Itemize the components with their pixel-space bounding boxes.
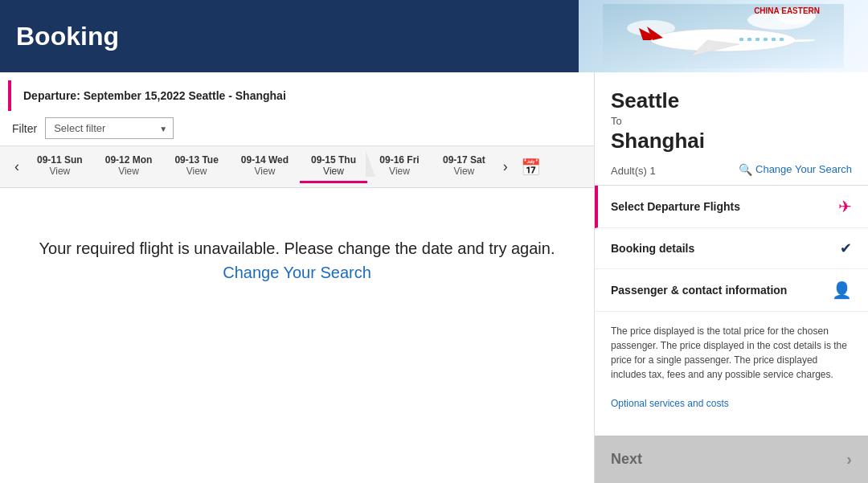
step-booking-label: Booking details [611,242,694,255]
main-container: Departure: September 15,2022 Seattle - S… [0,72,868,483]
svg-rect-9 [772,38,776,41]
date-prev-button[interactable]: ‹ [8,154,26,179]
departure-bar: Departure: September 15,2022 Seattle - S… [8,80,586,111]
date-item-0913[interactable]: 09-13 Tue View [163,150,229,183]
right-panel: Seattle To Shanghai Adult(s) 1 🔍 Change … [595,72,868,483]
next-button[interactable]: Next › [595,436,868,483]
header: Booking [0,0,868,72]
unavailable-text: Your required flight is unavailable. Ple… [39,239,555,257]
price-description: The price displayed is the total price f… [611,324,852,382]
date-nav: ‹ 09-11 Sun View 09-12 Mon View 09-13 Tu… [0,145,594,188]
date-item-0911[interactable]: 09-11 Sun View [26,150,94,183]
person-step-icon: 👤 [832,280,852,300]
route-to: Shanghai [611,129,852,153]
calendar-icon[interactable]: 📅 [521,158,541,177]
date-item-0914[interactable]: 09-14 Wed View [230,150,300,183]
airline-banner: CHINA EASTERN [579,0,868,72]
steps-container: Select Departure Flights ✈ Booking detai… [595,185,868,312]
step-passenger-label: Passenger & contact information [611,284,787,297]
departure-title: Departure: September 15,2022 Seattle - S… [23,89,286,102]
change-search-link-main[interactable]: Change Your Search [223,264,371,281]
filter-bar: Filter Select filter [0,111,594,145]
step-departure-flights: Select Departure Flights ✈ [595,186,868,228]
adults-count: Adult(s) 1 [611,165,656,177]
step-departure-label: Select Departure Flights [611,200,740,213]
filter-select[interactable]: Select filter [45,117,174,139]
next-button-label: Next [611,451,642,468]
unavailable-message: Your required flight is unavailable. Ple… [0,188,594,333]
route-info: Seattle To Shanghai Adult(s) 1 🔍 Change … [595,72,868,185]
plane-step-icon: ✈ [838,197,852,216]
svg-rect-10 [780,38,784,41]
date-item-0917[interactable]: 09-17 Sat View [432,150,497,183]
svg-rect-8 [764,38,768,41]
change-search-link-right[interactable]: 🔍 Change Your Search [739,163,852,176]
step-passenger-info: Passenger & contact information 👤 [595,269,868,312]
step-booking-details: Booking details ✔ [595,228,868,269]
app-title: Booking [16,22,119,51]
filter-label: Filter [12,122,37,135]
optional-services-link[interactable]: Optional services and costs [611,398,729,409]
route-from: Seattle [611,88,852,113]
date-item-0916[interactable]: 09-16 Fri View [367,150,432,183]
filter-select-wrapper[interactable]: Select filter [45,117,174,139]
date-item-0915[interactable]: 09-15 Thu View [300,150,367,183]
next-chevron-icon: › [846,450,852,469]
svg-rect-7 [755,38,760,41]
check-step-icon: ✔ [840,239,852,257]
airline-name: CHINA EASTERN [754,6,820,15]
svg-rect-6 [747,38,751,41]
price-info: The price displayed is the total price f… [595,312,868,436]
date-item-0912[interactable]: 09-12 Mon View [94,150,164,183]
date-next-button[interactable]: › [497,154,514,179]
left-panel: Departure: September 15,2022 Seattle - S… [0,72,595,483]
svg-rect-5 [739,38,743,41]
route-to-label: To [611,115,852,127]
search-icon: 🔍 [739,163,752,176]
